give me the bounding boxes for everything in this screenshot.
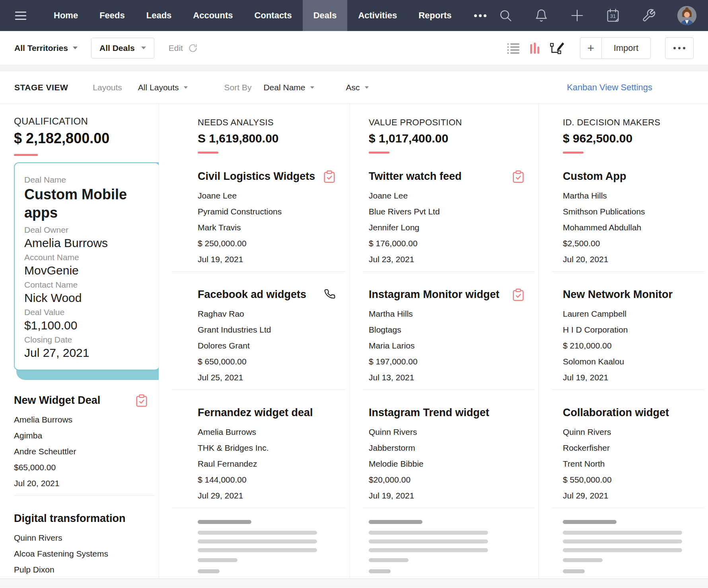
deals-toolbar: All Territories All Deals Edit <box>0 31 708 65</box>
deal-card-line: Amelia Burrows <box>14 412 148 428</box>
deal-card-line: $ 250,000.00 <box>198 236 335 251</box>
setup-tools-icon[interactable] <box>642 8 656 23</box>
deal-card-line: H I D Corporation <box>563 322 692 338</box>
kanban-view-icon[interactable] <box>530 43 539 54</box>
stage-view-title: STAGE VIEW <box>14 83 68 92</box>
deal-field: Deal Value$1,100.00 <box>24 308 151 333</box>
deal-card[interactable]: Digital transformationQuinn RiversAlcoa … <box>0 496 159 578</box>
deal-card-line: Pyramid Constructions <box>198 204 335 220</box>
highlighted-card-backdrop: Deal NameCustom Mobile appsDeal OwnerAme… <box>14 162 159 370</box>
highlighted-deal-card[interactable]: Deal NameCustom Mobile appsDeal OwnerAme… <box>14 162 159 370</box>
deal-card-line: Melodie Bibbie <box>369 456 524 472</box>
deal-card-line: Joane Lee <box>369 188 524 204</box>
deal-card-line: $ 210,000.00 <box>563 338 692 354</box>
nav-more-icon[interactable] <box>462 0 498 31</box>
create-deal-plus-button[interactable]: + <box>580 38 602 58</box>
deal-card-line: Andre Scheuttler <box>14 444 148 459</box>
skeleton-bar <box>369 569 391 573</box>
nav-item-activities[interactable]: Activities <box>347 0 408 31</box>
deal-card[interactable]: Twitter watch feedJoane LeeBlue Rivers P… <box>350 154 539 271</box>
stage-column-needs-analysis: NEEDS ANALYSISS 1,619,800.00Civil Logist… <box>159 104 350 578</box>
deal-field-value: MovGenie <box>24 263 151 278</box>
stage-name: QUALIFICATION <box>14 116 148 127</box>
sort-field-dropdown[interactable]: Deal Name <box>263 83 314 92</box>
deal-card-line: Jul 19, 2021 <box>198 251 335 267</box>
task-clipboard-icon[interactable] <box>512 288 524 301</box>
deal-card[interactable]: Instagram Trend widgetQuinn RiversJabber… <box>350 390 539 508</box>
list-view-icon[interactable] <box>507 43 520 54</box>
calendar-day-label: 31 <box>610 14 616 19</box>
refresh-icon[interactable] <box>188 43 198 53</box>
deal-card-line: $ 144,000.00 <box>198 472 335 488</box>
stage-column-header: ID. DECISION MAKERS$ 962,500.00 <box>539 104 708 154</box>
territory-label: All Territories <box>14 43 68 53</box>
deal-card-line: Jul 19, 2021 <box>369 488 524 504</box>
chevron-down-icon <box>310 86 314 89</box>
deal-card-line: Jul 29, 2021 <box>563 488 692 504</box>
task-clipboard-icon[interactable] <box>323 170 335 183</box>
edit-button[interactable]: Edit <box>169 43 198 53</box>
deal-card[interactable]: Facebook ad widgetsRaghav RaoGrant Indus… <box>159 272 350 389</box>
sort-order-dropdown[interactable]: Asc <box>346 83 369 92</box>
deal-card-line: $ 550,000.00 <box>563 472 692 488</box>
territory-dropdown[interactable]: All Territories <box>14 43 78 53</box>
layouts-value: All Layouts <box>138 83 179 92</box>
deal-card-line: Lauren Campbell <box>563 306 692 322</box>
deal-field-value: Nick Wood <box>24 290 151 306</box>
nav-item-deals[interactable]: Deals <box>303 0 348 31</box>
deal-card[interactable]: Civil Logistics WidgetsJoane LeePyramid … <box>159 154 350 271</box>
deal-card[interactable]: Fernandez widget dealAmelia BurrowsTHK &… <box>159 390 350 508</box>
canvas-view-icon[interactable] <box>550 41 564 55</box>
nav-item-accounts[interactable]: Accounts <box>182 0 243 31</box>
skeleton-bar <box>563 548 682 552</box>
nav-item-home[interactable]: Home <box>43 0 89 31</box>
deal-card-line: Blogtags <box>369 322 524 338</box>
kanban-view-settings-link[interactable]: Kanban View Settings <box>567 82 652 93</box>
deal-card[interactable]: Collaboration widgetQuinn RiversRockerfi… <box>539 390 708 508</box>
import-button[interactable]: Import <box>602 38 650 58</box>
deal-card[interactable]: New Network MonitorLauren CampbellH I D … <box>539 272 708 389</box>
deal-card[interactable]: Instagram Monitor widgetMartha HillsBlog… <box>350 272 539 389</box>
view-selector-label: All Deals <box>99 43 135 53</box>
deal-card-line: THK & Bridges Inc. <box>198 440 335 456</box>
task-clipboard-icon[interactable] <box>136 394 148 407</box>
nav-item-reports[interactable]: Reports <box>408 0 462 31</box>
skeleton-bar <box>369 548 488 552</box>
task-clipboard-icon[interactable] <box>512 170 524 183</box>
more-actions-button[interactable] <box>665 37 694 59</box>
nav-item-feeds[interactable]: Feeds <box>89 0 136 31</box>
chevron-down-icon <box>365 86 369 89</box>
stage-amount: S 1,619,800.00 <box>198 132 335 145</box>
bottom-scroll-strip[interactable] <box>0 578 708 588</box>
deal-card-line: Martha Hills <box>369 306 524 322</box>
layouts-dropdown[interactable]: All Layouts <box>138 83 188 92</box>
view-selector-button[interactable]: All Deals <box>91 38 154 58</box>
hamburger-menu-icon[interactable] <box>0 0 43 31</box>
nav-item-leads[interactable]: Leads <box>136 0 183 31</box>
notifications-bell-icon[interactable] <box>534 8 549 23</box>
loading-skeleton-card <box>159 508 350 573</box>
skeleton-bar <box>563 569 585 573</box>
skeleton-bar <box>563 531 682 535</box>
toolbar-divider <box>0 65 708 71</box>
call-phone-icon[interactable] <box>324 288 335 300</box>
calendar-icon[interactable]: 31 <box>606 8 620 23</box>
deal-card-line: Martha Hills <box>563 188 692 204</box>
sortby-label: Sort By <box>224 83 252 92</box>
deal-card[interactable]: Custom AppMartha HillsSmithson Publicati… <box>539 154 708 271</box>
stage-amount: $ 1,017,400.00 <box>369 132 524 145</box>
deal-field-label: Account Name <box>24 253 151 262</box>
deal-card-line: Quinn Rivers <box>14 530 148 546</box>
stage-name: NEEDS ANALYSIS <box>198 117 335 128</box>
quick-add-plus-icon[interactable] <box>570 8 584 23</box>
nav-item-contacts[interactable]: Contacts <box>244 0 303 31</box>
deal-card-title: Facebook ad widgets <box>198 288 306 301</box>
deal-card-title: Civil Logistics Widgets <box>198 169 315 183</box>
loading-skeleton-card <box>539 508 708 573</box>
search-icon[interactable] <box>498 8 513 23</box>
deal-card-title: Instagram Monitor widget <box>369 288 500 301</box>
deal-card-line: Amelia Burrows <box>198 424 335 440</box>
deal-card[interactable]: New Widget DealAmelia BurrowsAgimbaAndre… <box>0 393 159 495</box>
user-avatar[interactable] <box>677 6 696 25</box>
skeleton-bar <box>563 539 682 543</box>
